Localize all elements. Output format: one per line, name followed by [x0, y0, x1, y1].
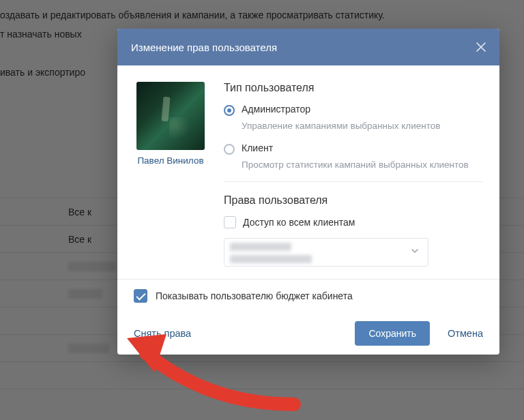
radio-admin-label[interactable]: Администратор [242, 104, 310, 115]
radio-client-desc: Просмотр статистики кампаний выбранных к… [242, 159, 483, 172]
checkbox-show-budget-label[interactable]: Показывать пользователю бюджет кабинета [156, 290, 353, 301]
radio-client[interactable] [224, 144, 235, 155]
clients-select[interactable] [224, 238, 428, 267]
user-type-title: Тип пользователя [224, 82, 483, 94]
checkbox-show-budget[interactable] [134, 289, 147, 303]
revoke-rights-link[interactable]: Снять права [134, 328, 191, 339]
user-avatar[interactable] [136, 82, 205, 150]
cancel-button[interactable]: Отмена [448, 328, 483, 339]
radio-client-label[interactable]: Клиент [242, 142, 273, 153]
modal-footer: Снять права Сохранить Отмена [117, 312, 499, 355]
close-icon[interactable] [476, 42, 486, 52]
save-button[interactable]: Сохранить [355, 321, 430, 346]
radio-admin-desc: Управление кампаниями выбранных клиентов [242, 120, 483, 133]
checkbox-all-clients[interactable] [224, 216, 236, 228]
modal-header: Изменение прав пользователя [117, 29, 499, 65]
modal-title: Изменение прав пользователя [131, 42, 277, 53]
divider [224, 181, 483, 182]
user-rights-title: Права пользователя [224, 194, 483, 207]
user-name-link[interactable]: Павел Винилов [134, 155, 207, 166]
chevron-down-icon [410, 246, 420, 258]
checkbox-all-clients-label[interactable]: Доступ ко всем клиентам [243, 217, 355, 228]
radio-admin[interactable] [224, 105, 235, 116]
edit-user-rights-modal: Изменение прав пользователя Павел Винило… [117, 29, 499, 355]
